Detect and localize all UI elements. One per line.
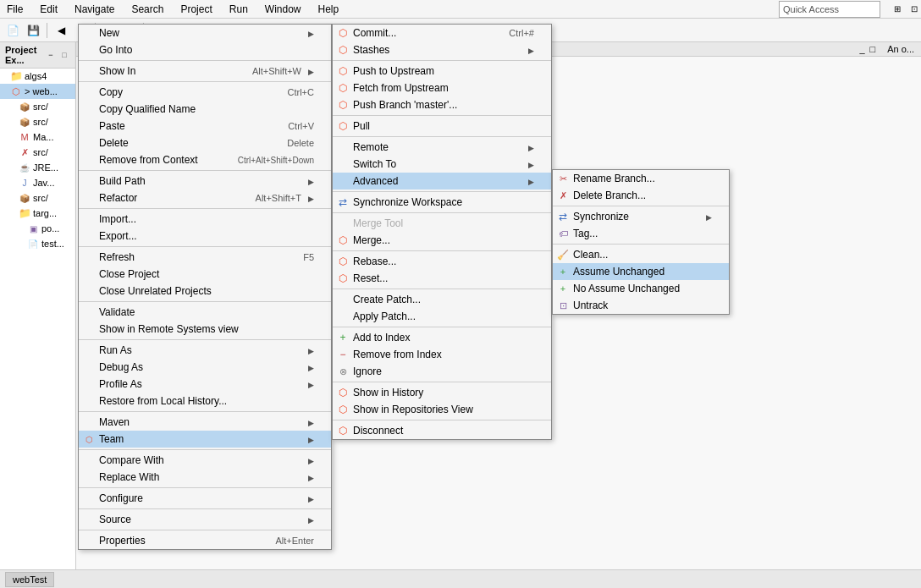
folder-icon: 📁 (19, 207, 30, 219)
maximize-icon[interactable]: □ (870, 44, 876, 54)
menu-validate[interactable]: Validate (79, 304, 331, 321)
team-apply-patch[interactable]: Apply Patch... (333, 308, 551, 325)
menu-sep (79, 530, 331, 530)
team-disconnect[interactable]: ⬡ Disconnect (333, 422, 551, 439)
team-merge[interactable]: ⬡ Merge... (333, 232, 551, 249)
tree-item-web[interactable]: ⬡ > web... (0, 84, 75, 99)
toolbar-back[interactable]: ◀ (52, 21, 70, 40)
team-create-patch[interactable]: Create Patch... (333, 291, 551, 308)
menu-paste[interactable]: Paste Ctrl+V (79, 118, 331, 135)
tree-item-target[interactable]: 📁 targ... (0, 206, 75, 221)
team-remote[interactable]: Remote (333, 139, 551, 156)
menu-sep (333, 212, 551, 213)
menu-copy-qualified[interactable]: Copy Qualified Name (79, 101, 331, 118)
menu-window[interactable]: Window (262, 2, 305, 17)
menu-show-in[interactable]: Show In Alt+Shift+W (79, 63, 331, 80)
tree-item-java[interactable]: J Jav... (0, 175, 75, 190)
menu-edit[interactable]: Edit (36, 2, 61, 17)
adv-clean[interactable]: 🧹 Clean... (553, 246, 729, 263)
menu-remove-context[interactable]: Remove from Context Ctrl+Alt+Shift+Down (79, 151, 331, 168)
menu-file[interactable]: File (3, 2, 26, 17)
minimize-icon[interactable]: _ (859, 44, 864, 54)
tree-item-jre[interactable]: ☕ JRE... (0, 160, 75, 175)
team-pull[interactable]: ⬡ Pull (333, 118, 551, 135)
adv-no-assume-unchanged[interactable]: + No Assume Unchanged (553, 280, 729, 297)
team-advanced[interactable]: Advanced (333, 173, 551, 190)
adv-assume-unchanged[interactable]: + Assume Unchanged (553, 263, 729, 280)
menu-properties[interactable]: Properties Alt+Enter (79, 532, 331, 549)
menu-refresh[interactable]: Refresh F5 (79, 249, 331, 266)
menu-configure[interactable]: Configure (79, 490, 331, 507)
tree-label: src/ (33, 147, 48, 157)
team-show-history[interactable]: ⬡ Show in History (333, 384, 551, 401)
tree-label: JRE... (33, 162, 58, 173)
quick-access-input[interactable]: Quick Access (779, 1, 880, 18)
menu-sep (79, 487, 331, 488)
menu-team[interactable]: ⬡ Team (79, 431, 331, 448)
menu-close-unrelated[interactable]: Close Unrelated Projects (79, 283, 331, 299)
team-sync-workspace[interactable]: ⇄ Synchronize Workspace (333, 194, 551, 211)
tree-item-test[interactable]: 📄 test... (0, 236, 75, 251)
menu-run[interactable]: Run (226, 2, 251, 17)
menu-profile-as[interactable]: Profile As (79, 376, 331, 393)
menu-navigate[interactable]: Navigate (71, 2, 118, 17)
team-fetch-upstream[interactable]: ⬡ Fetch from Upstream (333, 80, 551, 96)
panel-title-text: Project Ex... (5, 45, 45, 65)
menu-refactor[interactable]: Refactor Alt+Shift+T (79, 190, 331, 206)
tree-label: src/ (33, 117, 48, 127)
menu-export[interactable]: Export... (79, 228, 331, 245)
menu-close-project[interactable]: Close Project (79, 266, 331, 283)
push-branch-icon: ⬡ (336, 98, 350, 112)
adv-untrack[interactable]: ⊡ Untrack (553, 297, 729, 314)
adv-tag[interactable]: 🏷 Tag... (553, 225, 729, 242)
tree-item-src4[interactable]: 📦 src/ (0, 190, 75, 206)
menu-maven[interactable]: Maven (79, 414, 331, 431)
tree-item-src3[interactable]: ✗ src/ (0, 145, 75, 160)
team-commit[interactable]: ⬡ Commit... Ctrl+# (333, 25, 551, 41)
panel-maximize-icon[interactable]: □ (58, 49, 70, 61)
menu-debug-as[interactable]: Debug As (79, 359, 331, 376)
toolbar-save[interactable]: 💾 (24, 21, 42, 40)
adv-rename-branch[interactable]: ✂ Rename Branch... (553, 170, 729, 187)
menu-run-as[interactable]: Run As (79, 342, 331, 359)
menu-search[interactable]: Search (128, 2, 167, 17)
adv-delete-branch[interactable]: ✗ Delete Branch... (553, 187, 729, 204)
tree-item-src1[interactable]: 📦 src/ (0, 99, 75, 114)
tree-label: po... (41, 223, 59, 234)
team-switch-to[interactable]: Switch To (333, 156, 551, 173)
menu-compare-with[interactable]: Compare With (79, 452, 331, 469)
team-ignore[interactable]: ⊗ Ignore (333, 363, 551, 380)
toolbar-new[interactable]: 📄 (3, 21, 22, 40)
toolbar-extra-btn1[interactable]: ⊞ (894, 4, 901, 14)
menu-import[interactable]: Import... (79, 211, 331, 228)
panel-collapse-icon[interactable]: − (45, 49, 57, 61)
menu-replace-with[interactable]: Replace With (79, 469, 331, 486)
menu-restore-history[interactable]: Restore from Local History... (79, 393, 331, 409)
menu-show-remote[interactable]: Show in Remote Systems view (79, 321, 331, 338)
team-show-repos[interactable]: ⬡ Show in Repositories View (333, 401, 551, 418)
team-push-upstream[interactable]: ⬡ Push to Upstream (333, 63, 551, 80)
jar-icon: ☕ (19, 162, 30, 173)
menu-go-into[interactable]: Go Into (79, 41, 331, 58)
tree-item-src2[interactable]: 📦 src/ (0, 114, 75, 129)
menu-project[interactable]: Project (177, 2, 215, 17)
menu-source[interactable]: Source (79, 511, 331, 528)
tree-item-maven[interactable]: M Ma... (0, 129, 75, 145)
menu-build-path[interactable]: Build Path (79, 173, 331, 190)
adv-synchronize[interactable]: ⇄ Synchronize (553, 208, 729, 225)
team-reset[interactable]: ⬡ Reset... (333, 270, 551, 287)
menu-sep (79, 301, 331, 302)
status-tab[interactable]: webTest (5, 572, 54, 587)
toolbar-extra-btn2[interactable]: ⊡ (911, 4, 918, 14)
menu-new[interactable]: New (79, 25, 331, 41)
team-stashes[interactable]: ⬡ Stashes (333, 41, 551, 58)
team-push-branch[interactable]: ⬡ Push Branch 'master'... (333, 96, 551, 113)
tree-item-algs4[interactable]: 📁 algs4 (0, 69, 75, 84)
menu-delete[interactable]: Delete Delete (79, 135, 331, 151)
tree-item-pom[interactable]: ▣ po... (0, 221, 75, 236)
team-add-index[interactable]: + Add to Index (333, 329, 551, 346)
team-remove-index[interactable]: − Remove from Index (333, 346, 551, 363)
team-rebase[interactable]: ⬡ Rebase... (333, 253, 551, 270)
menu-help[interactable]: Help (315, 2, 343, 17)
menu-copy[interactable]: Copy Ctrl+C (79, 84, 331, 101)
